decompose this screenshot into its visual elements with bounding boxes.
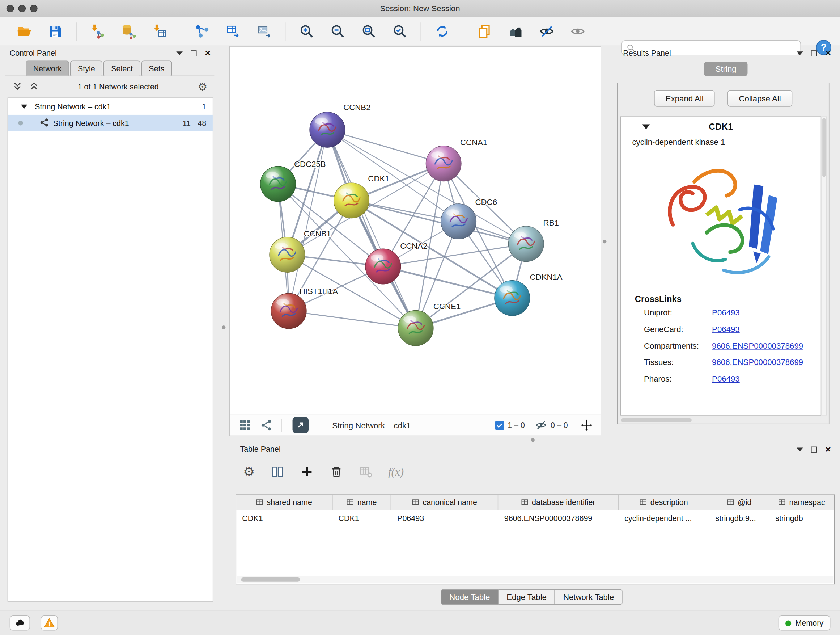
network-node-rb1[interactable]	[508, 226, 544, 262]
cell-id[interactable]: stringdb:9...	[709, 510, 769, 526]
tab-string[interactable]: String	[704, 62, 748, 76]
pan-crosshair-icon[interactable]	[580, 419, 593, 432]
zoom-fit-button[interactable]	[358, 21, 379, 41]
zoom-in-button[interactable]	[296, 21, 317, 41]
maximize-window-button[interactable]	[30, 5, 38, 12]
import-table-button[interactable]	[149, 21, 170, 41]
close-panel-icon[interactable]	[825, 446, 831, 453]
tab-network[interactable]: Network	[26, 60, 69, 75]
network-edge[interactable]	[289, 130, 327, 311]
cell-shared-name[interactable]: CDK1	[236, 510, 332, 526]
memory-button[interactable]: Memory	[778, 616, 830, 630]
crosslink-link[interactable]: P06493	[712, 308, 740, 317]
share-view-icon[interactable]	[260, 419, 273, 432]
delete-column-trash-icon[interactable]	[329, 465, 343, 479]
tab-network-table[interactable]: Network Table	[554, 589, 622, 605]
column-header-canonical-name[interactable]: canonical name	[392, 495, 499, 510]
warnings-button[interactable]	[41, 616, 58, 630]
float-panel-icon[interactable]	[191, 50, 197, 56]
new-network-from-selection-button[interactable]	[192, 21, 212, 41]
tab-style[interactable]: Style	[70, 60, 103, 75]
network-node-cdk1[interactable]	[334, 183, 369, 218]
network-node-ccna1[interactable]	[426, 146, 461, 181]
column-header-shared-name[interactable]: shared name	[236, 495, 332, 510]
crosslink-link[interactable]: P06493	[712, 374, 740, 383]
open-session-button[interactable]	[14, 21, 34, 41]
table-row[interactable]: CDK1 CDK1 P06493 9606.ENSP00000378699 cy…	[236, 510, 834, 526]
column-header-description[interactable]: description	[619, 495, 709, 510]
column-header-namespace[interactable]: namespac	[769, 495, 834, 510]
results-vertical-scrollbar[interactable]	[821, 116, 827, 415]
panel-menu-icon[interactable]	[797, 448, 804, 451]
hidden-eye-slash-icon[interactable]	[535, 419, 547, 431]
vertical-splitter-handle[interactable]	[222, 325, 225, 329]
close-window-button[interactable]	[6, 5, 14, 12]
cell-canonical-name[interactable]: P06493	[392, 510, 499, 526]
copy-document-button[interactable]	[474, 21, 494, 41]
cell-namespace[interactable]: stringdb	[769, 510, 834, 526]
column-header-id[interactable]: @id	[709, 495, 769, 510]
table-options-gear-icon[interactable]	[243, 466, 255, 477]
minimize-window-button[interactable]	[18, 5, 26, 12]
export-table-button[interactable]	[223, 21, 243, 41]
crosslink-link[interactable]: 9606.ENSP00000378699	[712, 358, 803, 367]
import-network-file-button[interactable]	[87, 21, 107, 41]
column-header-name[interactable]: name	[332, 495, 392, 510]
network-node-ccnb1[interactable]	[270, 237, 305, 272]
cell-name[interactable]: CDK1	[332, 510, 392, 526]
cell-description[interactable]: cyclin-dependent ...	[619, 510, 709, 526]
network-node-cdkn1a[interactable]	[494, 280, 530, 316]
save-session-button[interactable]	[45, 21, 65, 41]
network-edge[interactable]	[327, 130, 416, 328]
network-node-ccne1[interactable]	[398, 310, 433, 346]
close-panel-icon[interactable]	[825, 50, 831, 57]
cell-database-identifier[interactable]: 9606.ENSP00000378699	[498, 510, 619, 526]
tab-edge-table[interactable]: Edge Table	[498, 589, 555, 605]
tab-select[interactable]: Select	[103, 60, 140, 75]
collapse-triangle-icon[interactable]	[643, 124, 650, 129]
float-panel-icon[interactable]	[812, 50, 817, 56]
tab-sets[interactable]: Sets	[141, 60, 172, 75]
network-edge[interactable]	[351, 201, 526, 244]
column-header-database-identifier[interactable]: database identifier	[498, 495, 619, 510]
selected-checkbox-icon[interactable]	[495, 421, 504, 430]
cloud-status-button[interactable]	[10, 616, 30, 630]
scrollbar-thumb[interactable]	[241, 578, 300, 582]
expand-all-networks-icon[interactable]	[13, 81, 22, 92]
panel-menu-icon[interactable]	[797, 51, 804, 55]
expand-all-button[interactable]: Expand All	[654, 90, 715, 107]
hide-selected-button[interactable]	[536, 21, 556, 41]
gene-section-header[interactable]: CDK1	[621, 117, 821, 136]
network-row-selected[interactable]: String Network – cdk1 11 48	[8, 115, 213, 131]
network-node-hist1h1a[interactable]	[271, 293, 306, 329]
vertical-splitter-handle[interactable]	[603, 240, 606, 243]
zoom-selected-button[interactable]	[390, 21, 410, 41]
network-node-ccna2[interactable]	[365, 249, 401, 284]
collapse-triangle-icon[interactable]	[21, 104, 27, 109]
network-node-ccnb2[interactable]	[309, 112, 345, 148]
export-image-button[interactable]	[254, 21, 274, 41]
network-collection-row[interactable]: String Network – cdk1 1	[8, 98, 213, 115]
import-network-database-button[interactable]	[118, 21, 139, 41]
network-options-gear-icon[interactable]	[198, 81, 208, 92]
network-edge[interactable]	[327, 130, 444, 163]
grid-view-icon[interactable]	[238, 419, 251, 432]
add-column-plus-icon[interactable]	[300, 465, 314, 479]
network-edge[interactable]	[289, 311, 416, 328]
zoom-out-button[interactable]	[327, 21, 347, 41]
apply-layout-button[interactable]	[432, 21, 452, 41]
tab-node-table[interactable]: Node Table	[441, 589, 499, 605]
network-node-cdc25b[interactable]	[261, 166, 296, 202]
birdseye-view-button[interactable]	[505, 21, 525, 41]
collapse-all-button[interactable]: Collapse All	[728, 90, 792, 107]
horizontal-splitter-handle[interactable]	[531, 438, 535, 442]
panel-menu-icon[interactable]	[177, 51, 183, 55]
network-node-cdc6[interactable]	[441, 204, 477, 239]
crosslink-link[interactable]: P06493	[712, 325, 740, 333]
open-in-new-window-button[interactable]	[293, 417, 309, 433]
network-canvas[interactable]: CCNB2CCNA1CDC25BCDK1CDC6RB1CCNB1CCNA2CDK…	[230, 47, 600, 415]
crosslink-link[interactable]: 9606.ENSP00000378699	[712, 341, 803, 350]
float-panel-icon[interactable]	[812, 447, 817, 452]
results-horizontal-scrollbar[interactable]	[621, 418, 691, 422]
show-graphics-details-button[interactable]	[567, 21, 587, 41]
